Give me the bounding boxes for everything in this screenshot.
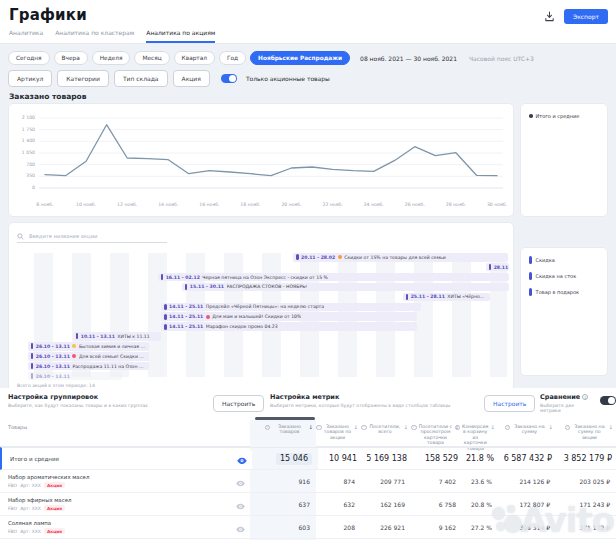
visibility-eye-icon[interactable]: [236, 495, 245, 514]
period-pill-year[interactable]: Год: [219, 51, 246, 65]
promo-timeline-bar[interactable]: 15.11 - 30.11РАСПРОДАЖА СТОКОВ - НОЯБРЬ!: [182, 283, 509, 292]
promo-timeline-bar[interactable]: 14.11 - 25.11Марафон скидок промо 04.23: [161, 322, 417, 331]
promo-date-range: 26.10 - 13.11: [36, 364, 70, 369]
table-row[interactable]: Набор эфирных маселFBOАрт: XXXАкция63763…: [0, 493, 616, 516]
comparison-toggle[interactable]: [600, 396, 616, 405]
y-tick-label: 1 750: [11, 127, 35, 132]
promo-name: РАСПРОДАЖА СТОКОВ - НОЯБРЬ!: [227, 284, 308, 289]
period-pill-yesterday[interactable]: Вчера: [54, 51, 88, 65]
promo-only-toggle[interactable]: [221, 74, 237, 83]
date-range[interactable]: 08 нояб. 2021 — 30 нояб. 2021: [360, 55, 457, 62]
y-tick-label: 2 100: [11, 115, 35, 120]
comparison-title: Сравнение i: [540, 393, 592, 401]
dimension-button-promo[interactable]: Акция: [173, 70, 210, 87]
period-pill-quarter[interactable]: Квартал: [174, 51, 215, 65]
fire-icon: [338, 255, 342, 259]
promo-search[interactable]: [17, 230, 167, 243]
visibility-eye-icon[interactable]: [236, 518, 245, 537]
metrics-title: Настройка метрик: [270, 393, 478, 401]
sort-icon[interactable]: ↓: [608, 425, 613, 431]
promo-timeline-bar[interactable]: 26.10 - 13.11Распродажа 11.11 на Озон Эк…: [28, 362, 149, 371]
page-title: Графики: [9, 6, 87, 24]
visibility-eye-icon[interactable]: [237, 449, 247, 468]
export-button[interactable]: Экспорт: [564, 9, 608, 24]
period-pills: СегодняВчераНеделяМесяцКварталГод: [8, 51, 246, 65]
gift-icon: [206, 315, 210, 319]
promo-timeline-bar[interactable]: 28.11 - …: [486, 263, 509, 272]
fulfillment-type: FBO: [8, 529, 17, 534]
promo-timeline-bar[interactable]: 25.11 - 28.11ХИТЫ «Чёрной Пятницы»: [403, 293, 490, 302]
promo-search-input[interactable]: [27, 232, 157, 240]
product-meta: FBOАрт: XXXАкция: [8, 505, 71, 511]
promo-type-marker-icon: [76, 333, 78, 339]
promo-period-pill[interactable]: Ноябрьские Распродажи: [250, 51, 350, 65]
fulfillment-type: FBO: [8, 483, 17, 488]
promo-timeline-bar[interactable]: 26.10 - 13.11Бытовая химия и личная гиги…: [28, 342, 149, 351]
promo-type-marker-icon: [406, 294, 408, 300]
dimension-button-categories[interactable]: Категории: [57, 70, 109, 87]
tab-analytics[interactable]: Аналитика: [9, 29, 43, 43]
comparison-subtitle: Выберите две метрики: [540, 403, 592, 413]
legend-item-total[interactable]: Итого и средние: [529, 113, 607, 119]
totals-row[interactable]: Итого и средние15 04610 9415 169 138158 …: [0, 447, 616, 470]
metrics-configure-button[interactable]: Настроить: [484, 395, 535, 412]
help-icon: ?: [265, 425, 271, 431]
promo-timeline-bar[interactable]: 14.11 - 25.11Предсейл «Чёрной Пятницы»: …: [161, 303, 421, 312]
promo-legend-marker-icon: [529, 288, 532, 296]
x-tick-label: 10 нояб.: [76, 202, 96, 207]
promo-date-range: 28.11 - …: [494, 265, 509, 270]
orders-line-chart[interactable]: 03507001 0501 4001 7502 100 8 нояб.10 но…: [8, 103, 514, 217]
sort-icon[interactable]: ↓: [548, 425, 553, 431]
dimension-button-sku[interactable]: Артикул: [8, 70, 52, 87]
column-label: Заказано на сумму по акции: [572, 424, 606, 440]
column-label: Заказано на сумму: [512, 424, 546, 435]
promo-timeline-bar[interactable]: 26.10 - 13.11Для всей семьи! Скидки от 5…: [28, 352, 149, 361]
sort-icon[interactable]: ↓: [308, 425, 313, 431]
visibility-eye-icon[interactable]: [236, 472, 245, 491]
download-icon[interactable]: [543, 10, 557, 24]
promo-legend-label: Скидка на сток: [536, 273, 577, 279]
tab-promo-analytics[interactable]: Аналитика по акциям: [146, 29, 215, 43]
product-sku: Арт: XXX: [20, 529, 41, 534]
help-icon: ?: [565, 425, 571, 431]
promo-timeline-bar[interactable]: 26.10 - 13.11: [28, 372, 122, 381]
groupings-configure-button[interactable]: Настроить: [213, 395, 264, 412]
dimension-button-warehouse-type[interactable]: Тип склада: [114, 70, 168, 87]
promo-badge: Акция: [44, 528, 65, 534]
product-cell: Соляная лампаFBOАрт: XXXАкция: [0, 516, 250, 538]
metric-value-cell: 214 126 ₽: [498, 470, 556, 492]
sort-icon[interactable]: ↓: [490, 425, 495, 431]
promo-timeline-bar[interactable]: 10.11 - 13.11ХИТЫ к 11.11: [73, 332, 161, 341]
table-header: Товары ?Заказано товаров↓?Заказано товар…: [0, 420, 616, 447]
help-icon: ?: [455, 425, 461, 431]
promo-timeline-bar[interactable]: 14.11 - 25.11Для мам и малышей! Скидки о…: [161, 312, 417, 321]
promo-date-range: 25.11 - 28.11: [411, 294, 445, 299]
period-pill-month[interactable]: Месяц: [134, 51, 169, 65]
promo-only-label: Только акционные товары: [246, 75, 330, 82]
metric-value-cell: 208: [316, 516, 361, 538]
table-row[interactable]: Соляная лампаFBOАрт: XXXАкция603208226 9…: [0, 516, 616, 539]
table-row[interactable]: Набор ароматических маселFBOАрт: XXXАкци…: [0, 470, 616, 493]
x-tick-label: 16 нояб.: [199, 202, 219, 207]
promo-name: Для всей семьи! Скидки от 5%: [79, 354, 146, 359]
groupings-subtitle: Выберите, как будут показаны товары и в …: [8, 403, 208, 408]
period-pill-week[interactable]: Неделя: [92, 51, 131, 65]
sort-icon[interactable]: ↓: [403, 425, 408, 431]
sort-icon[interactable]: ↓: [353, 425, 358, 431]
horizontal-scrollbar-thumb[interactable]: [255, 417, 315, 420]
groupings-settings: Настройка группировок Выберите, как буду…: [8, 393, 208, 408]
y-tick-label: 1 400: [11, 138, 35, 143]
promo-legend-label: Скидка: [536, 257, 555, 263]
product-name: Набор ароматических масел: [8, 474, 89, 480]
metric-value-cell: 20.8 %: [462, 493, 498, 515]
promo-timeline-bar[interactable]: 20.11 - 28.02Скидки от 15% на товары для…: [293, 253, 508, 262]
metric-value-cell: 10 941: [318, 448, 363, 469]
promo-legend-marker-icon: [529, 272, 532, 280]
tabs: АналитикаАналитика по кластерамАналитика…: [9, 29, 215, 43]
period-pill-today[interactable]: Сегодня: [8, 51, 50, 65]
promo-timeline-bar[interactable]: 16.11 - 02.12Черная пятница на Озон Эксп…: [158, 273, 509, 282]
promo-name: ХИТЫ к 11.11: [117, 334, 149, 339]
x-tick-label: 28 нояб.: [446, 202, 466, 207]
x-tick-label: 12 нояб.: [117, 202, 137, 207]
tab-cluster-analytics[interactable]: Аналитика по кластерам: [55, 29, 134, 43]
